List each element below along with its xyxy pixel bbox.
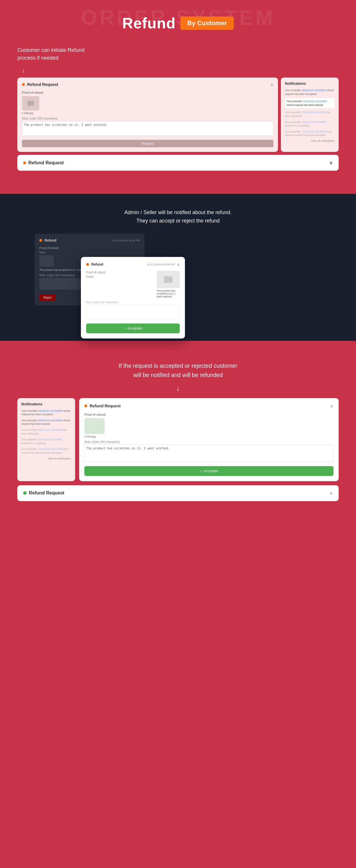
svg-point-1: [29, 102, 30, 103]
chevron-up-icon[interactable]: ∧: [271, 82, 273, 87]
s3-accepted-button[interactable]: ✓ Accepted: [84, 466, 333, 476]
collapsed-refund-card: Refund Request ∨: [17, 155, 339, 171]
notif-item-1: Your Preorder 20241215-10210955 refund r…: [285, 89, 334, 96]
modal-right: The product has scratches on it, I want …: [156, 271, 180, 298]
s3-proof-label: Proof of refund: [84, 413, 333, 416]
modal-image: [156, 271, 180, 288]
notif-item-2-highlighted: Your preorder 20241215-10210955 refund r…: [285, 98, 334, 108]
dark-card-date: 10.12.2024 at 03:48 PM: [112, 239, 140, 242]
s3-collapsed-card: Refund Request ∧: [17, 485, 339, 501]
notif-link-2[interactable]: 20241215-10210955: [303, 100, 327, 103]
s3-notif-link-3[interactable]: 20241215-10210955: [38, 429, 62, 431]
white-modal-title: Refund: [86, 262, 103, 267]
ui-row-1: Refund Request ∧ Proof of refund s-l400.…: [17, 78, 339, 152]
orange-dot-modal: [86, 263, 89, 266]
modal-date: 13.12.2024 at 23:46 PM: [147, 263, 175, 266]
orange-dot-s3: [84, 404, 87, 407]
accepted-button[interactable]: ✓ Accepted: [86, 323, 180, 333]
notif-link-1[interactable]: 20241215-10210955: [302, 89, 326, 92]
white-modal-header: Refund 13.12.2024 at 23:46 PM ∧: [86, 262, 180, 267]
modal-note-sub: Note: (Upto 200 characters): [86, 301, 180, 304]
s3-notif-link-4[interactable]: 20241215-10210955: [38, 438, 62, 441]
green-dot-icon: [23, 491, 27, 495]
dark-proof-image: [39, 255, 54, 267]
s3-card-header: Refund Request ∧: [84, 403, 333, 409]
header: Refund By Customer: [0, 0, 356, 40]
request-button[interactable]: Request: [22, 140, 273, 147]
s3-view-all[interactable]: View All notifications: [22, 457, 71, 460]
notif-item-3: Your preorder 20241215-10210955 has been…: [285, 111, 334, 118]
collapsed-card-left: Refund Request: [23, 160, 64, 165]
s3-refund-card: Refund Request ∧ Proof of refund s-l400.…: [79, 398, 339, 481]
s3-collapsed-title: Refund Request: [29, 490, 65, 496]
s3-collapsed-chevron[interactable]: ∧: [329, 490, 333, 496]
collapsed-card-header: Refund Request ∨: [23, 160, 333, 165]
view-all-notifications[interactable]: View All notifications: [285, 140, 334, 142]
s3-notifications-panel: Notifications Your Preorder 20241215-102…: [17, 398, 75, 481]
s3-notif-item-1: Your Preorder 20241215-10210955 refund r…: [22, 409, 71, 416]
notif-link-3[interactable]: 20241215-10210955: [301, 111, 325, 114]
arrow-down-center-icon: ↓: [17, 384, 339, 392]
refund-request-card: Refund Request ∧ Proof of refund s-l400.…: [17, 78, 278, 152]
svg-point-3: [166, 277, 167, 279]
card-header: Refund Request ∧: [22, 82, 273, 87]
dark-card-header: Refund 10.12.2024 at 03:48 PM: [39, 239, 140, 243]
image-filename: s-l400.jpg: [22, 112, 273, 115]
modal-content-row: Proof of refund Notes The product has sc…: [86, 271, 180, 298]
notif-link-5[interactable]: 20241215-10210955: [302, 130, 326, 133]
section-2-description: Admin / Seller will be notified about th…: [17, 208, 339, 225]
page-title: Refund: [122, 14, 176, 32]
s3-notif-title: Notifications: [22, 402, 71, 406]
s3-card-title-text: Refund Request: [90, 404, 120, 408]
modal-note-textarea[interactable]: [86, 305, 180, 319]
s3-collapsed-header: Refund Request ∧: [23, 490, 333, 496]
section-2: Admin / Seller will be notified about th…: [0, 194, 356, 341]
modal-title-text: Refund: [91, 262, 103, 267]
modal-notes-label: Notes: [86, 275, 153, 278]
proof-image-box: [22, 96, 39, 111]
arrow-down-icon: ↓: [22, 66, 339, 74]
s3-chevron-icon[interactable]: ∧: [330, 403, 333, 409]
section-3-line2: will be notified and will be refunded: [133, 372, 223, 378]
section-1: Customer can initiate Refundprocess if n…: [0, 40, 356, 182]
s3-collapsed-left: Refund Request: [23, 490, 65, 496]
s3-note-label: Note: (Upto 200 characters): [84, 440, 333, 443]
modal-chevron-icon[interactable]: ∧: [177, 262, 180, 267]
note-label: Note: (Upto 200 characters): [22, 117, 273, 120]
dark-card-title: Refund: [44, 239, 56, 243]
by-customer-badge: By Customer: [180, 17, 234, 30]
notif-link-4[interactable]: 20241215-10210955: [302, 121, 326, 124]
modal-product-text: The product has scratches on it, I want …: [156, 289, 180, 298]
proof-label: Proof of refund: [22, 91, 273, 94]
modal-proof-label: Proof of refund: [86, 271, 153, 274]
s3-notif-link-1[interactable]: 20241215-10210955: [38, 409, 62, 412]
collapsed-card-title: Refund Request: [28, 160, 64, 165]
reject-button[interactable]: Reject: [39, 294, 56, 301]
section-3-description: If the request is accepted or rejected c…: [17, 361, 339, 380]
dark-proof-label: Proof of refund: [39, 247, 140, 250]
note-textarea[interactable]: The product has scratches on it, I want …: [22, 121, 273, 136]
dark-card-header-left: Refund: [39, 239, 56, 243]
modal-left: Proof of refund Notes: [86, 271, 153, 298]
notif-item-5: Your preorder. 20241215-10210955 final r…: [285, 130, 334, 137]
section-2-line2: They can accept or reject the refund: [136, 218, 220, 224]
s3-card-title: Refund Request: [84, 404, 120, 408]
orange-dot-dark: [39, 239, 42, 242]
orange-dot-icon-2: [23, 161, 26, 164]
chevron-down-icon[interactable]: ∨: [329, 160, 333, 165]
s3-notif-link-2[interactable]: 20241215-10210955: [38, 419, 62, 422]
notifications-title: Notifications: [285, 82, 334, 86]
s3-notif-link-5[interactable]: 20241215-10210955: [38, 447, 62, 451]
section-1-description: Customer can initiate Refundprocess if n…: [17, 46, 339, 62]
notifications-panel: Notifications Your Preorder 20241215-102…: [281, 78, 339, 152]
orange-dot-icon: [22, 83, 25, 86]
s3-row: Notifications Your Preorder 20241215-102…: [17, 398, 339, 481]
dark-note-label: Note:: [39, 251, 140, 254]
s3-notif-item-3: Your preorder 20241215-10210955 has been…: [22, 428, 71, 435]
white-modal: Refund 13.12.2024 at 23:46 PM ∧ Proof of…: [81, 257, 185, 339]
s3-notif-item-4: Your preorder 20241215-10210955 product …: [22, 438, 71, 445]
card-header-left: Refund Request: [22, 82, 58, 87]
dark-ui-container: Refund 10.12.2024 at 03:48 PM Proof of r…: [17, 234, 339, 327]
section-2-line1: Admin / Seller will be notified about th…: [124, 210, 232, 215]
s3-note-textarea[interactable]: The product has scratches on it, I want …: [84, 445, 333, 462]
